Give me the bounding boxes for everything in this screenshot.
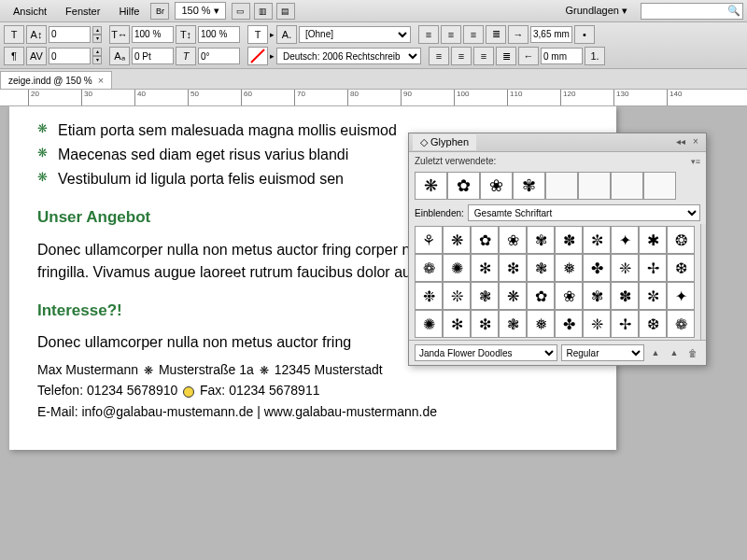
trash-icon[interactable]: 🗑: [685, 346, 700, 359]
glyph-cell[interactable]: ✼: [639, 282, 667, 310]
glyph-cell[interactable]: ✦: [667, 282, 695, 310]
glyph-cell[interactable]: ✺: [443, 254, 471, 282]
glyph-cell[interactable]: [545, 172, 578, 200]
screen-mode-icon[interactable]: ▭: [232, 3, 250, 20]
panel-menu-icon[interactable]: ▾≡: [691, 157, 700, 166]
glyph-cell[interactable]: ✾: [583, 282, 611, 310]
font-size-input[interactable]: [49, 26, 91, 43]
view-options-icon[interactable]: ▤: [276, 3, 295, 20]
glyph-cell[interactable]: ✽: [611, 282, 639, 310]
numbered-icon[interactable]: 1.: [585, 47, 605, 65]
align-left2-icon[interactable]: ≡: [429, 47, 449, 65]
glyph-cell[interactable]: ❋: [415, 172, 447, 200]
workspace-switcher[interactable]: Grundlagen ▾: [556, 2, 637, 20]
glyph-cell[interactable]: ❊: [443, 282, 471, 310]
justify2-icon[interactable]: ≣: [496, 47, 516, 65]
para-format-icon[interactable]: ¶: [4, 47, 24, 65]
measure-icon[interactable]: ←: [518, 47, 539, 65]
baseline-icon[interactable]: Aₐ: [109, 47, 130, 65]
glyph-cell[interactable]: ❃: [527, 254, 555, 282]
align-center2-icon[interactable]: ≡: [451, 47, 472, 65]
glyph-cell[interactable]: ✢: [611, 310, 639, 338]
kerning-icon[interactable]: AV: [26, 47, 47, 65]
glyph-cell[interactable]: ❆: [667, 254, 695, 282]
hscale-input[interactable]: [132, 26, 174, 43]
glyph-cell[interactable]: [643, 172, 676, 200]
language-select[interactable]: Deutsch: 2006 Rechtschreib: [276, 48, 421, 64]
zoom-select[interactable]: 150 % ▾: [175, 2, 225, 20]
glyph-cell[interactable]: ❇: [471, 310, 499, 338]
align-right-icon[interactable]: ≡: [463, 25, 484, 44]
hscale-icon[interactable]: T↔: [109, 25, 130, 44]
skew-icon[interactable]: T: [176, 47, 196, 65]
glyph-cell[interactable]: ✼: [583, 226, 611, 254]
glyph-cell[interactable]: ✻: [471, 254, 499, 282]
glyph-cell[interactable]: ✢: [639, 254, 667, 282]
glyph-cell[interactable]: ❃: [499, 310, 527, 338]
indent-icon[interactable]: →: [508, 25, 529, 44]
glyph-cell[interactable]: ✻: [443, 310, 471, 338]
vscale-input[interactable]: [198, 26, 240, 43]
glyph-cell[interactable]: ✦: [611, 226, 639, 254]
char-format-icon[interactable]: T: [4, 25, 24, 44]
glyph-cell[interactable]: ✾: [527, 226, 555, 254]
glyph-cell[interactable]: ✿: [527, 282, 555, 310]
baseline-input[interactable]: [132, 48, 174, 64]
glyph-cell[interactable]: ✤: [555, 310, 583, 338]
fill-icon[interactable]: T: [247, 25, 268, 44]
arrange-icon[interactable]: ▥: [254, 3, 273, 20]
stepper[interactable]: ▴▾: [92, 26, 102, 43]
zoom-in-icon[interactable]: ▲: [667, 346, 682, 359]
glyph-cell[interactable]: ❃: [471, 282, 499, 310]
glyph-cell[interactable]: ❁: [415, 254, 443, 282]
glyph-cell[interactable]: ✾: [513, 172, 545, 200]
glyph-cell[interactable]: ❀: [499, 226, 527, 254]
align-right2-icon[interactable]: ≡: [473, 47, 494, 65]
glyph-cell[interactable]: ✱: [639, 226, 667, 254]
close-icon[interactable]: ×: [98, 75, 104, 86]
indent-input[interactable]: [530, 26, 572, 43]
align-center-icon[interactable]: ≡: [441, 25, 461, 44]
glyph-cell[interactable]: ❅: [527, 310, 555, 338]
char-style-icon[interactable]: A.: [276, 25, 297, 44]
glyph-cell[interactable]: ❇: [499, 254, 527, 282]
scrollbar[interactable]: [700, 224, 706, 340]
glyph-cell[interactable]: ✿: [471, 226, 499, 254]
font-style-select[interactable]: Regular: [561, 344, 644, 361]
stroke-icon[interactable]: [247, 47, 268, 65]
glyph-cell[interactable]: ❋: [443, 226, 471, 254]
glyph-cell[interactable]: ❈: [583, 310, 611, 338]
glyph-cell[interactable]: ✤: [583, 254, 611, 282]
menu-fenster[interactable]: Fenster: [56, 3, 109, 20]
search-input[interactable]: 🔍: [641, 3, 743, 20]
glyph-cell[interactable]: ❁: [667, 310, 695, 338]
char-style-select[interactable]: [Ohne]: [299, 26, 411, 43]
measure-input[interactable]: [541, 48, 583, 64]
glyph-cell[interactable]: [578, 172, 611, 200]
glyph-cell[interactable]: ❉: [415, 282, 443, 310]
stepper[interactable]: ▴▾: [92, 48, 102, 64]
glyph-cell[interactable]: ❅: [555, 254, 583, 282]
bullets-icon[interactable]: •: [574, 25, 595, 44]
zoom-out-icon[interactable]: ▲: [648, 346, 663, 359]
panel-tab[interactable]: ◇ Glyphen: [413, 134, 476, 150]
vscale-icon[interactable]: T↕: [176, 25, 196, 44]
justify-icon[interactable]: ≣: [486, 25, 506, 44]
align-left-icon[interactable]: ≡: [418, 25, 439, 44]
glyph-cell[interactable]: ✽: [555, 226, 583, 254]
document-tab[interactable]: zeige.indd @ 150 % ×: [0, 71, 112, 89]
show-select[interactable]: Gesamte Schriftart: [468, 204, 700, 221]
glyph-cell[interactable]: ✿: [447, 172, 480, 200]
glyph-cell[interactable]: ✺: [415, 310, 443, 338]
glyph-cell[interactable]: ⚘: [415, 226, 443, 254]
kerning-input[interactable]: [49, 48, 91, 64]
glyph-cell[interactable]: ❀: [555, 282, 583, 310]
panel-collapse-icon[interactable]: ◂◂: [674, 136, 687, 149]
glyph-cell[interactable]: ❋: [499, 282, 527, 310]
panel-close-icon[interactable]: ×: [689, 136, 702, 149]
char-vscale-icon[interactable]: A↕: [26, 25, 47, 44]
glyph-cell[interactable]: ❆: [639, 310, 667, 338]
bridge-icon[interactable]: Br: [150, 3, 169, 20]
font-family-select[interactable]: Janda Flower Doodles: [415, 344, 557, 361]
menu-hilfe[interactable]: Hilfe: [109, 3, 148, 20]
